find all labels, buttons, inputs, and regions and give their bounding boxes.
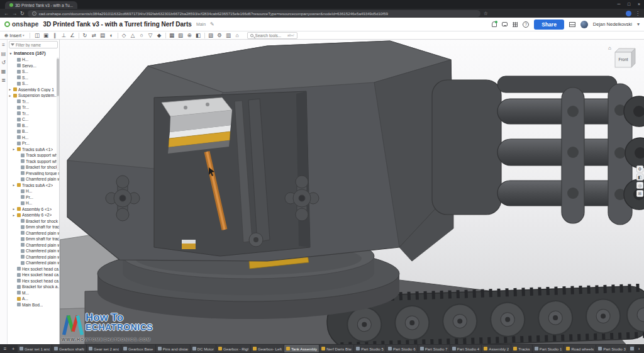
doc-tab[interactable]: Nerf Darts Blaster (319, 345, 353, 352)
doc-tab-active[interactable]: Tank Assembly (284, 345, 319, 352)
minimize-button[interactable]: ─ (614, 0, 624, 9)
mate-connector-icon[interactable]: ⊥ (60, 32, 68, 39)
snapshot-icon[interactable]: ○ (138, 32, 146, 39)
add-tab-icon[interactable]: + (9, 346, 17, 352)
tree-item[interactable]: H... (8, 200, 59, 206)
site-info-icon[interactable]: i (32, 11, 36, 16)
notifications-icon[interactable] (492, 21, 497, 27)
doc-tab[interactable]: Part Studio 5 (354, 345, 386, 352)
tree-item[interactable]: Tr... (8, 99, 59, 105)
user-menu-caret-icon[interactable]: ▾ (637, 21, 640, 27)
doc-tab[interactable]: Part Studio 3 (596, 345, 628, 352)
tree-item[interactable]: Chamfered plain w... (8, 176, 59, 182)
tab-manager-icon[interactable]: ≡ (1, 346, 9, 352)
tree-item[interactable]: B... (8, 123, 59, 129)
barrel-link-plate[interactable] (562, 87, 584, 223)
doc-tab[interactable]: Gearbox Base (121, 345, 155, 352)
appearance-icon[interactable]: ▨ (207, 32, 215, 39)
onshape-logo[interactable]: onshape (4, 21, 39, 28)
explode-icon[interactable]: △ (129, 32, 137, 39)
configurations-panel-icon[interactable]: ≣ (1, 77, 6, 83)
doc-tab[interactable]: Gearbox - Right (216, 345, 250, 352)
section-view-icon[interactable]: ◧ (636, 174, 643, 181)
zoom-fit-icon[interactable]: ⊞ (636, 190, 643, 197)
tree-item[interactable]: Pr... (8, 194, 59, 201)
linear-pattern-icon[interactable]: ▤ (99, 32, 107, 39)
doc-tab[interactable]: Road wheels (564, 345, 596, 352)
tree-item[interactable]: S... (8, 75, 59, 81)
tree-item[interactable]: B... (8, 128, 59, 135)
tree-item[interactable]: 6mm shaft for trac... (8, 236, 59, 242)
circular-pattern-icon[interactable]: ◐ (108, 32, 116, 39)
browser-tab[interactable]: 3D Printed Tank v3 - with a Tu... (5, 1, 77, 9)
doc-tab[interactable]: Gear set 2 and 3 (87, 345, 121, 352)
workspace-label[interactable]: Main (196, 22, 206, 26)
refresh-icon[interactable]: ↻ (20, 11, 25, 16)
caret-down-icon[interactable]: ▾ (9, 52, 13, 55)
tree-item[interactable]: Servo... (8, 63, 59, 69)
display-states-icon[interactable]: ◆ (155, 32, 164, 39)
view-settings-icon[interactable]: ⚙ (636, 165, 643, 172)
instances-header[interactable]: ▾ Instances (167) (8, 50, 59, 57)
tree-item[interactable]: Hex socket head ca... (8, 278, 59, 284)
named-positions-icon[interactable]: ▽ (147, 32, 155, 39)
tree-item[interactable]: ▸Assembly 6 <2> (8, 212, 59, 218)
tree-item[interactable]: Chamfered plain w... (8, 260, 59, 266)
tree-item[interactable]: A... (8, 296, 59, 302)
mirror-icon[interactable]: ◇ (120, 32, 128, 39)
browser-menu-icon[interactable]: ⋮ (635, 11, 640, 16)
tree-item[interactable]: H... (8, 57, 59, 63)
help-icon[interactable]: ? (523, 21, 529, 28)
close-button[interactable]: × (634, 0, 644, 9)
doc-tab[interactable]: Gearbox shafts+parts (52, 345, 86, 352)
doc-tab[interactable]: DC Motor (191, 345, 216, 352)
search-tools-input[interactable] (255, 33, 286, 38)
doc-tab[interactable]: Assembly 2 (482, 345, 511, 352)
tree-item[interactable]: ▸Assembly 6 Copy 1 (8, 87, 59, 93)
maximize-button[interactable]: □ (624, 0, 634, 9)
tree-item[interactable]: Track support whe... (8, 152, 59, 159)
tree-item[interactable]: Main Bod... (8, 302, 59, 308)
tree-item[interactable]: Prevailing torque n... (8, 171, 59, 177)
history-icon[interactable]: ↺ (1, 60, 6, 65)
forward-icon[interactable]: → (12, 11, 17, 16)
tree-item[interactable]: 6mm shaft for trac... (8, 224, 59, 230)
tree-item[interactable]: S... (8, 81, 59, 87)
edit-title-icon[interactable]: ✎ (210, 21, 214, 27)
replicate-icon[interactable]: ⇄ (90, 32, 98, 39)
address-bar[interactable]: i cad.onshape.com/documents/c384a2910116… (28, 10, 480, 17)
doc-tab[interactable]: Gearbox- Left (251, 345, 284, 352)
tree-item[interactable]: ▸Tracks subA <2> (8, 182, 59, 189)
insert-button[interactable]: ⊕ Insert ▾ (3, 33, 26, 38)
back-icon[interactable]: ← (4, 11, 9, 16)
group-icon[interactable]: ▣ (42, 32, 50, 39)
relations-icon[interactable]: ∥ (51, 32, 59, 39)
tree-item[interactable]: ▸Tracks subA <1> (8, 147, 59, 153)
tree-item[interactable]: H... (8, 135, 59, 141)
document-outline-icon[interactable]: ▤ (1, 51, 6, 57)
appearance-panel-icon[interactable]: ▦ (1, 69, 6, 74)
tree-item[interactable]: Chamfered plain w... (8, 242, 59, 249)
isolate-icon[interactable]: ◎ (636, 182, 643, 189)
tree-item[interactable]: H... (8, 188, 59, 194)
tree-item[interactable]: Track support whe... (8, 159, 59, 165)
tree-item[interactable]: M... (8, 290, 59, 296)
tree-item[interactable]: Bracket for shock a... (8, 218, 59, 225)
caret-right-icon[interactable]: ▸ (12, 213, 16, 217)
tree-item[interactable]: Pr... (8, 140, 59, 147)
snap-mode-icon[interactable]: ∠ (69, 32, 77, 39)
app-grid-icon[interactable] (513, 22, 518, 27)
doc-tab[interactable]: Part Studio 1 (533, 345, 564, 352)
revolute-icon[interactable]: ↻ (81, 32, 89, 39)
caret-right-icon[interactable]: ▸ (12, 147, 16, 151)
doc-tab[interactable]: Tracks (511, 345, 531, 352)
mate-icon[interactable]: ◫ (33, 32, 42, 39)
tree-item[interactable]: Chamfered plain w... (8, 254, 59, 261)
doc-tab[interactable]: Pins and distance rings (156, 345, 190, 352)
tabs-scroll-right-icon[interactable]: › (635, 346, 643, 352)
configurations-icon[interactable]: ⚙ (216, 32, 224, 39)
panel-menu-icon[interactable]: ≡ (2, 42, 5, 48)
caret-right-icon[interactable]: ▸ (8, 94, 12, 98)
filter-input[interactable] (16, 43, 56, 47)
tree-item[interactable]: ▸Assembly 6 <1> (8, 206, 59, 213)
